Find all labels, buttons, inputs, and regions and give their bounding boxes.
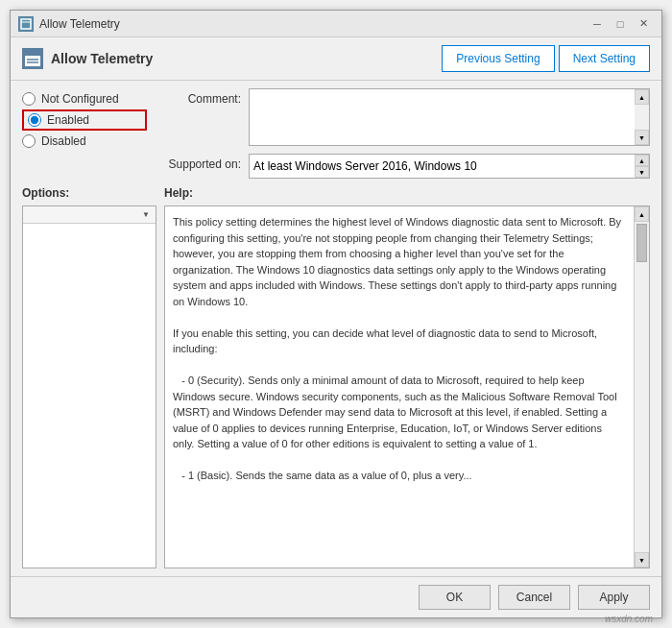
supported-scrollbar: ▲ ▼ xyxy=(635,154,650,179)
radio-enabled-input[interactable] xyxy=(28,113,41,127)
close-button[interactable]: ✕ xyxy=(633,15,654,33)
options-dropdown[interactable]: ▼ xyxy=(23,206,156,224)
help-scrollbar-thumb[interactable] xyxy=(636,224,647,262)
dropdown-arrow-icon: ▼ xyxy=(142,210,150,219)
help-title: Help: xyxy=(164,186,650,200)
ok-button[interactable]: OK xyxy=(419,585,491,610)
options-content xyxy=(23,224,156,568)
options-panel: Options: ▼ xyxy=(22,186,156,568)
comment-label: Comment: xyxy=(155,88,241,106)
radio-not-configured-label: Not Configured xyxy=(41,92,119,106)
supported-scroll-down[interactable]: ▼ xyxy=(635,166,649,178)
right-fields: Comment: ▲ ▼ Supported on: xyxy=(155,88,650,179)
supported-scroll-up[interactable]: ▲ xyxy=(635,155,649,166)
help-box: This policy setting determines the highe… xyxy=(164,205,650,568)
options-help-section: Options: ▼ Help: This policy setti xyxy=(11,186,661,576)
header-icon xyxy=(22,48,43,69)
top-section: Not Configured Enabled Disabled C xyxy=(11,81,661,186)
window-controls: ─ □ ✕ xyxy=(587,15,654,33)
header-title: Allow Telemetry xyxy=(51,51,153,66)
svg-rect-4 xyxy=(25,51,40,56)
help-paragraph-4: - 1 (Basic). Sends the same data as a va… xyxy=(173,468,626,484)
radio-group: Not Configured Enabled Disabled xyxy=(22,88,147,179)
watermark: wsxdn.com xyxy=(605,614,653,617)
comment-scroll-down[interactable]: ▼ xyxy=(635,130,649,145)
radio-not-configured-input[interactable] xyxy=(22,92,36,106)
radio-disabled[interactable]: Disabled xyxy=(22,134,147,148)
options-title: Options: xyxy=(22,186,156,200)
window-title: Allow Telemetry xyxy=(39,17,587,31)
cancel-button[interactable]: Cancel xyxy=(498,585,570,610)
help-scroll-down[interactable]: ▼ xyxy=(635,552,649,568)
apply-button[interactable]: Apply xyxy=(578,585,650,610)
header-section: Allow Telemetry Previous Setting Next Se… xyxy=(11,37,661,81)
comment-textarea[interactable] xyxy=(249,88,635,146)
prev-setting-button[interactable]: Previous Setting xyxy=(442,45,554,72)
radio-not-configured[interactable]: Not Configured xyxy=(22,92,147,106)
comment-field-row: Comment: ▲ ▼ xyxy=(155,88,650,146)
radio-enabled[interactable]: Enabled xyxy=(22,109,147,131)
footer: wsxdn.com OK Cancel Apply xyxy=(11,576,661,617)
comment-textarea-container: ▲ ▼ xyxy=(249,88,650,146)
supported-input xyxy=(249,154,635,179)
comment-scroll-up[interactable]: ▲ xyxy=(635,89,649,105)
window-icon xyxy=(18,16,34,32)
comment-scrollbar: ▲ ▼ xyxy=(635,88,650,146)
help-paragraph-1: This policy setting determines the highe… xyxy=(173,214,626,309)
radio-disabled-input[interactable] xyxy=(22,134,36,148)
help-text: This policy setting determines the highe… xyxy=(165,206,634,568)
help-scrollbar: ▲ ▼ xyxy=(634,206,649,568)
main-window: Allow Telemetry ─ □ ✕ Allow Telemet xyxy=(10,10,662,618)
header-nav-buttons: Previous Setting Next Setting xyxy=(442,45,650,72)
header-title-area: Allow Telemetry xyxy=(22,48,153,69)
supported-container: ▲ ▼ xyxy=(249,154,650,179)
svg-rect-0 xyxy=(21,19,31,29)
main-area: Not Configured Enabled Disabled C xyxy=(11,81,661,576)
next-setting-button[interactable]: Next Setting xyxy=(559,45,650,72)
help-panel: Help: This policy setting determines the… xyxy=(164,186,650,568)
help-scroll-up[interactable]: ▲ xyxy=(635,206,649,222)
help-paragraph-2: If you enable this setting, you can deci… xyxy=(173,326,626,357)
options-box: ▼ xyxy=(22,205,156,568)
radio-disabled-label: Disabled xyxy=(41,134,86,148)
minimize-button[interactable]: ─ xyxy=(587,15,608,33)
window-content: Allow Telemetry Previous Setting Next Se… xyxy=(11,37,661,617)
supported-field-row: Supported on: ▲ ▼ xyxy=(155,154,650,179)
help-paragraph-3: - 0 (Security). Sends only a minimal amo… xyxy=(173,373,626,452)
maximize-button[interactable]: □ xyxy=(610,15,631,33)
title-bar: Allow Telemetry ─ □ ✕ xyxy=(11,11,661,37)
radio-enabled-label: Enabled xyxy=(47,113,89,127)
supported-label: Supported on: xyxy=(155,154,241,171)
